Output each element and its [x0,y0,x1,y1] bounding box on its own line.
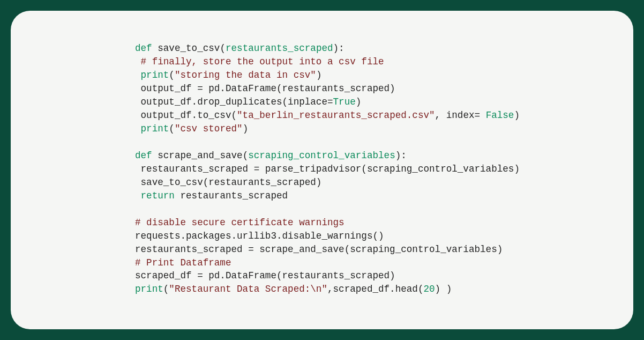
code-line: requests.packages.urllib3.disable_warnin… [135,231,384,241]
fn-name: save_to_csv [158,43,220,54]
arg: restaurants_scraped [226,43,333,54]
code-line: ) ) [435,284,452,294]
code-line: output_df.to_csv( [141,110,237,121]
builtin-print: print [141,70,169,80]
bool-true: True [333,97,356,107]
code-line: ,scraped_df.head( [327,284,424,294]
keyword-def: def [135,43,152,54]
code-line: output_df.drop_duplicates(inplace= [141,97,333,107]
code-line: , index= [435,110,486,121]
builtin-print: print [135,284,163,294]
fn-name: scrape_and_save [158,150,242,161]
code-line: scraped_df = pd.DataFrame(restaurants_sc… [135,270,395,281]
code-line: ) [356,97,362,107]
code-line: restaurants_scraped = scrape_and_save(sc… [135,244,503,255]
builtin-print: print [141,123,169,134]
number: 20 [423,284,435,294]
string: "Restaurant Data Scraped:\n" [169,284,327,294]
string: "storing the data in csv" [175,70,316,80]
keyword-return: return [141,190,175,201]
keyword-def: def [135,150,152,161]
code-line: restaurants_scraped = parse_tripadvisor(… [141,164,520,174]
code-line: ) [514,110,520,121]
comment: # Print Dataframe [135,257,231,268]
code-card: def save_to_csv(restaurants_scraped): # … [11,11,633,329]
arg: scraping_control_variables [248,150,395,161]
comment: # finally, store the output into a csv f… [141,56,384,67]
comment: # disable secure certificate warnings [135,217,345,228]
string: "csv stored" [175,123,243,134]
code-line: save_to_csv(restaurants_scraped) [141,177,322,188]
bool-false: False [486,110,514,121]
code-block: def save_to_csv(restaurants_scraped): # … [135,42,596,296]
code-line: output_df = pd.DataFrame(restaurants_scr… [141,83,395,94]
code-line: restaurants_scraped [175,190,288,201]
string: "ta_berlin_restaurants_scraped.csv" [237,110,435,121]
